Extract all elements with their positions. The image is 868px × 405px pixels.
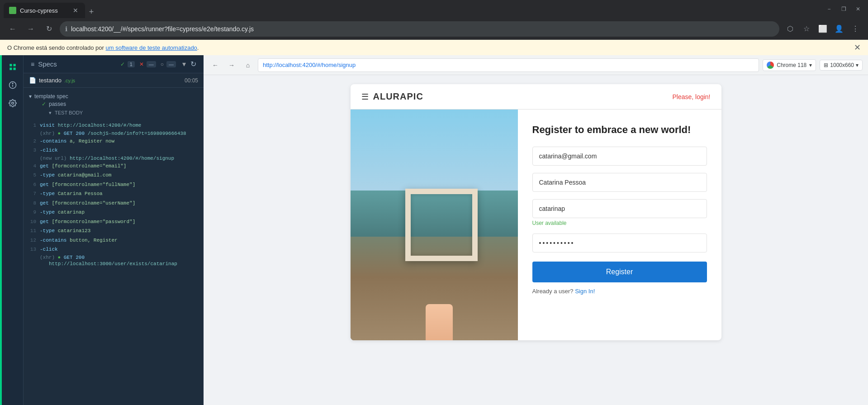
xhr-path-line-3: http://localhost:3000/user/exists/catari…: [24, 261, 204, 267]
contains-arg-2: a, Register now: [70, 138, 114, 144]
preview-pane: ← → ⌂ http://localhost:4200/#/home/signu…: [204, 55, 868, 405]
pending-icon: ○: [161, 61, 164, 67]
line-num-11: 11: [27, 227, 36, 235]
sign-in-link[interactable]: Sign In!: [575, 288, 595, 295]
xhr-label-3: (xhr): [40, 255, 58, 260]
fail-icon: ✕: [139, 61, 144, 67]
type-arg-11: catarina123: [58, 228, 91, 233]
preview-home-button[interactable]: ⌂: [242, 59, 254, 71]
tab-favicon: [9, 7, 16, 14]
close-window-button[interactable]: ✕: [852, 3, 864, 15]
automation-banner: O Chrome está sendo controlado por um so…: [0, 40, 868, 55]
hand: [426, 304, 453, 340]
get-arg-4: [formcontrolname="email"]: [52, 163, 126, 169]
line-content-2: -contains a, Register now: [40, 138, 200, 145]
code-line-10: 10 get [formcontrolname="password"]: [24, 217, 204, 227]
code-line-7: 7 -type Catarina Pessoa: [24, 189, 204, 199]
please-login-link[interactable]: Please, login!: [672, 93, 710, 100]
new-tab-button[interactable]: +: [85, 5, 98, 18]
pass-count: 1: [128, 61, 135, 67]
form-title: Register to embrace a new world!: [532, 124, 707, 136]
password-input[interactable]: [532, 233, 707, 253]
bookmark-icon[interactable]: ☆: [799, 22, 814, 36]
menu-icon[interactable]: ⋮: [848, 22, 863, 36]
viewport-dropdown-icon: ▾: [856, 62, 859, 68]
type-arg-5: catarina@gmail.com: [58, 172, 112, 178]
preview-forward-button[interactable]: →: [225, 59, 238, 71]
line-num-2: 2: [27, 138, 36, 145]
main-content: ≡ Specs ✓ 1 ✕ — ○ — ▾ ↻ 📄 testa: [0, 55, 868, 405]
preview-address-bar[interactable]: http://localhost:4200/#/home/signup: [258, 58, 759, 72]
line-content-4: get [formcontrolname="email"]: [40, 162, 200, 170]
code-line-13: 13 -click: [24, 245, 204, 254]
app-image-section: [351, 110, 518, 340]
automation-text: O Chrome está sendo controlado por um so…: [7, 44, 199, 51]
browser-badge[interactable]: Chrome 118 ▾: [763, 59, 816, 71]
address-bar[interactable]: ℹ: [60, 21, 779, 37]
preview-url: http://localhost:4200/#/home/signup: [263, 62, 356, 68]
automation-link[interactable]: um software de teste automatizado: [106, 44, 197, 51]
tab-title: Curso-cypress: [20, 7, 68, 14]
code-line-4: 4 get [formcontrolname="email"]: [24, 162, 204, 171]
line-num-1: 1: [27, 122, 36, 129]
minimize-button[interactable]: −: [823, 3, 835, 15]
svg-rect-3: [13, 68, 15, 70]
lock-icon: ℹ: [65, 25, 67, 33]
test-panel: ≡ Specs ✓ 1 ✕ — ○ — ▾ ↻ 📄 testa: [24, 55, 204, 405]
line-content-10: get [formcontrolname="password"]: [40, 218, 200, 226]
sidebar-header-left: ≡ Specs: [31, 60, 57, 68]
dropdown-arrow[interactable]: ▾: [182, 60, 186, 68]
line-content-6: get [formcontrolname="fullName"]: [40, 181, 200, 189]
cypress-panel: ≡ Specs ✓ 1 ✕ — ○ — ▾ ↻ 📄 testa: [0, 55, 204, 405]
hamburger-icon[interactable]: ☰: [361, 92, 369, 102]
title-bar-right: − ❐ ✕: [823, 3, 864, 15]
username-input[interactable]: [532, 199, 707, 218]
fullname-input[interactable]: [532, 173, 707, 192]
line-content-1: visit http://localhost:4200/#/home: [40, 122, 200, 129]
profile-icon[interactable]: 👤: [832, 22, 846, 36]
banner-close-button[interactable]: ✕: [854, 43, 861, 52]
fullname-field-wrapper: [532, 173, 707, 192]
cast-icon[interactable]: ⬡: [783, 22, 797, 36]
username-field-wrapper: User available: [532, 199, 707, 226]
title-bar-left: Curso-cypress ✕ +: [4, 0, 98, 18]
svg-rect-1: [13, 64, 15, 66]
active-tab[interactable]: Curso-cypress ✕: [4, 3, 85, 18]
file-icon: 📄: [29, 77, 36, 84]
title-bar: Curso-cypress ✕ + − ❐ ✕: [0, 0, 868, 18]
toolbar-right: ⬡ ☆ ⬜ 👤 ⋮: [783, 22, 863, 36]
home-icon-btn[interactable]: [5, 59, 21, 75]
sidebar-header: ≡ Specs ✓ 1 ✕ — ○ — ▾ ↻: [24, 55, 204, 73]
email-input[interactable]: [532, 147, 707, 166]
suite-label[interactable]: ▾ template spec: [29, 93, 198, 100]
cmd-get-10: get: [40, 219, 49, 224]
file-name-text: testando: [39, 77, 62, 84]
xhr-label-1: (xhr): [40, 131, 58, 136]
code-line-1: 1 visit http://localhost:4200/#/home: [24, 121, 204, 130]
cliff-scene: [351, 110, 518, 340]
line-num-13: 13: [27, 246, 36, 253]
sky: [351, 110, 518, 202]
suite-arrow-icon: ▾: [29, 93, 32, 100]
run-icon-btn[interactable]: [5, 77, 21, 93]
refresh-button[interactable]: ↻: [190, 60, 196, 68]
back-button[interactable]: ←: [5, 22, 20, 36]
preview-back-button[interactable]: ←: [209, 59, 222, 71]
extensions-icon[interactable]: ⬜: [816, 22, 830, 36]
visit-url: http://localhost:4200/#/home: [58, 123, 142, 128]
line-content-3: -click: [40, 147, 200, 154]
line-num-10: 10: [27, 218, 36, 226]
forward-button[interactable]: →: [24, 22, 38, 36]
maximize-button[interactable]: ❐: [837, 3, 850, 15]
tab-close-button[interactable]: ✕: [71, 6, 80, 14]
browser-name: Chrome 118: [777, 62, 806, 68]
test-file-name: 📄 testando .cy.js: [29, 77, 75, 84]
viewport-badge[interactable]: ⊞ 1000x660 ▾: [820, 60, 863, 71]
reload-button[interactable]: ↻: [42, 22, 56, 36]
settings-icon-btn[interactable]: [5, 95, 21, 111]
register-button[interactable]: Register: [532, 262, 707, 282]
xhr-method-1: GET 200: [64, 131, 88, 136]
specs-label: Specs: [38, 60, 57, 68]
line-num-6: 6: [27, 181, 36, 189]
url-input[interactable]: [71, 25, 774, 33]
